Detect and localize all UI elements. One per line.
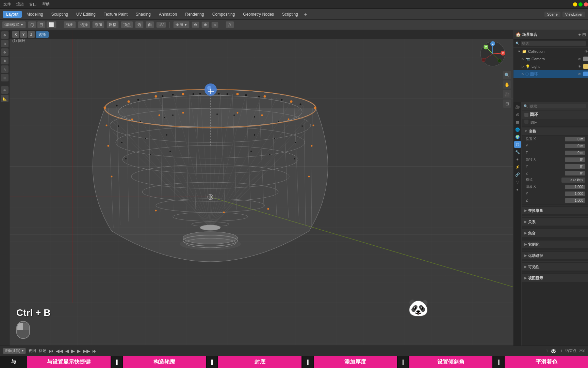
- vertex-btn[interactable]: 顶点: [121, 21, 133, 28]
- delta-transform-header[interactable]: ▶ 变换增量: [522, 207, 588, 214]
- menu-rendering[interactable]: Rendering: [182, 11, 207, 18]
- left-tool-cursor[interactable]: ⊕: [1, 40, 9, 47]
- marker-btn[interactable]: 标记: [39, 348, 46, 353]
- prop-constraints-icon[interactable]: 🔗: [514, 171, 521, 178]
- menu-scripting[interactable]: Scripting: [279, 11, 301, 18]
- menu-sculpting[interactable]: Sculpting: [48, 11, 71, 18]
- prop-object-icon[interactable]: ⬡: [514, 141, 521, 148]
- menu-render[interactable]: 渲染: [16, 2, 24, 7]
- menu-uv-editing[interactable]: UV Editing: [73, 11, 99, 18]
- pos-y-value[interactable]: 0 m: [565, 144, 585, 148]
- face-mode-btn[interactable]: ⬜: [46, 21, 56, 28]
- menu-file[interactable]: 文件: [3, 2, 11, 7]
- add-btn[interactable]: 添加: [92, 21, 104, 28]
- left-tool-scale[interactable]: ⤡: [1, 65, 9, 73]
- prop-output-icon[interactable]: 🖨: [514, 111, 521, 118]
- menu-help[interactable]: 帮助: [42, 2, 50, 7]
- scene-filter-icon[interactable]: ⊟: [582, 32, 586, 37]
- outliner-item-torus[interactable]: ▷ ⬡ 圆环 👁: [513, 70, 588, 78]
- pivot-btn[interactable]: ⊙: [192, 21, 199, 28]
- view-btn[interactable]: 视图: [64, 21, 76, 28]
- menu-layout[interactable]: Layout: [3, 11, 22, 18]
- edge-btn[interactable]: 边: [135, 21, 144, 28]
- collection-header[interactable]: ▶ 集合: [522, 229, 588, 237]
- torus-visibility-icon[interactable]: 👁: [578, 72, 581, 76]
- prop-render-icon[interactable]: 🎥: [514, 104, 521, 110]
- play-btn[interactable]: ▶: [71, 348, 75, 354]
- frame-current[interactable]: 1: [546, 349, 548, 353]
- menu-modeling[interactable]: Modeling: [23, 11, 47, 18]
- minimize-button[interactable]: [573, 2, 577, 6]
- uv-btn[interactable]: UV: [156, 22, 166, 28]
- rot-y-value[interactable]: 0°: [565, 164, 585, 169]
- maximize-button[interactable]: [578, 2, 583, 6]
- outliner-item-collection[interactable]: ▼ 📁 Collection 👁: [513, 48, 588, 55]
- left-tool-transform[interactable]: ⊞: [1, 74, 9, 81]
- collection-visibility-icon[interactable]: 👁: [585, 50, 588, 53]
- prop-scene-icon[interactable]: 🌐: [514, 126, 521, 133]
- camera-visibility-icon[interactable]: 👁: [578, 57, 581, 61]
- select-btn[interactable]: 选择: [36, 31, 49, 38]
- menu-animation[interactable]: Animation: [156, 11, 180, 18]
- left-tool-rotate[interactable]: ↻: [1, 57, 9, 64]
- rot-x-value[interactable]: 0°: [565, 157, 585, 162]
- prop-physics-icon[interactable]: ⚡: [514, 164, 521, 170]
- next-frame-btn[interactable]: ▶: [77, 348, 81, 354]
- outliner-item-camera[interactable]: ▷ 📷 Camera 👁: [513, 55, 588, 63]
- viewport-display-header[interactable]: ▶ 视图显示: [522, 274, 588, 282]
- prop-view-layer-icon[interactable]: ▦: [514, 119, 521, 125]
- scale-z-value[interactable]: 1.000: [565, 198, 585, 203]
- prop-world-icon[interactable]: 🌍: [514, 134, 521, 140]
- scale-y-value[interactable]: 1.000: [565, 191, 585, 196]
- instancing-header[interactable]: ▶ 实例化: [522, 241, 588, 248]
- face-btn[interactable]: 面: [146, 21, 154, 28]
- visibility-header[interactable]: ▶ 可见性: [522, 263, 588, 271]
- menu-shading[interactable]: Shading: [132, 11, 154, 18]
- outliner-item-light[interactable]: ▷ 💡 Light 👁: [513, 63, 588, 70]
- x-axis-btn[interactable]: X: [12, 31, 19, 38]
- y-axis-btn[interactable]: Y: [20, 31, 27, 38]
- add-workspace-button[interactable]: +: [304, 12, 307, 17]
- mode-dropdown[interactable]: 编辑模式 ▼: [2, 21, 26, 28]
- pos-x-value[interactable]: 0 m: [565, 137, 585, 141]
- select-btn[interactable]: 选择: [78, 21, 90, 28]
- vertex-mode-btn[interactable]: ⬡: [28, 21, 36, 28]
- properties-search-input[interactable]: [529, 104, 586, 108]
- menu-texture-paint[interactable]: Texture Paint: [100, 11, 131, 18]
- prop-data-icon[interactable]: ▽: [514, 179, 521, 185]
- motion-path-header[interactable]: ▶ 运动路径: [522, 252, 588, 259]
- menu-geometry-nodes[interactable]: Geometry Nodes: [240, 11, 277, 18]
- camera-dropdown[interactable]: 摄像(插值) ▼: [3, 348, 26, 354]
- prop-modifier-icon[interactable]: 🔧: [514, 149, 521, 155]
- menu-window[interactable]: 窗口: [29, 2, 37, 7]
- left-tool-select[interactable]: ✥: [1, 31, 9, 39]
- viewport[interactable]: X Y Z 选择 用户透视 (1) 圆环 Y: [10, 30, 513, 346]
- pos-z-value[interactable]: 0 m: [565, 151, 585, 155]
- scale-x-value[interactable]: 1.000: [565, 185, 585, 189]
- rot-z-value[interactable]: 0°: [565, 171, 585, 175]
- z-axis-btn[interactable]: Z: [28, 31, 35, 38]
- prev-keyframe-btn[interactable]: ◀◀: [56, 348, 63, 354]
- menu-compositing[interactable]: Compositing: [209, 11, 239, 18]
- light-visibility-icon[interactable]: 👁: [578, 65, 581, 68]
- jump-start-btn[interactable]: ⏮: [49, 348, 54, 354]
- mode-value[interactable]: XYZ 欧拉: [561, 178, 585, 183]
- proportional-btn[interactable]: ○: [211, 22, 218, 28]
- prop-particles-icon[interactable]: ✦: [514, 156, 521, 163]
- left-tool-annotate[interactable]: ✏: [1, 86, 9, 94]
- prev-frame-btn[interactable]: ◀: [65, 348, 69, 354]
- snap-btn[interactable]: ⊕: [201, 21, 209, 28]
- transform-header[interactable]: ▼ 变换: [522, 127, 588, 135]
- close-button[interactable]: [584, 2, 588, 6]
- next-keyframe-btn[interactable]: ▶▶: [83, 348, 90, 354]
- view-btn[interactable]: 视图: [29, 348, 36, 353]
- transform-dropdown[interactable]: 全局 ▼: [173, 21, 190, 28]
- mesh-btn[interactable]: 网格: [107, 21, 119, 28]
- scene-add-icon[interactable]: +: [578, 32, 581, 37]
- outliner-search-input[interactable]: [521, 41, 586, 46]
- prop-material-icon[interactable]: ●: [514, 186, 521, 193]
- relations-header[interactable]: ▶ 关系: [522, 218, 588, 226]
- view-toggle-btn[interactable]: 八: [226, 21, 234, 28]
- left-tool-measure[interactable]: 📐: [1, 95, 9, 102]
- jump-end-btn[interactable]: ⏭: [92, 348, 97, 354]
